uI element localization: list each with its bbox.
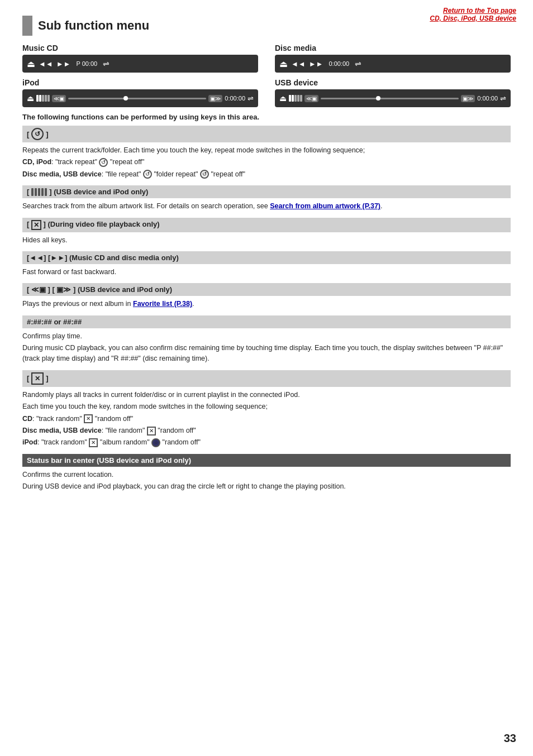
time-display-content: Confirms play time. During music CD play… xyxy=(22,329,511,369)
section-fast-forward: [◄◄] [►►] (Music CD and disc media only)… xyxy=(22,251,511,282)
disc-time: 0:00:00 xyxy=(329,60,349,67)
disc-source-icon: ⏏ xyxy=(279,59,288,69)
top-page-link-line2[interactable]: CD, Disc, iPod, USB device xyxy=(430,15,516,22)
album-artwork-content: Searches track from the album artwork li… xyxy=(22,199,511,216)
disc-media-block: Disc media ⏏ ◄◄ ►► 0:00:00 ⇌ xyxy=(275,44,511,73)
usb-prev-album[interactable]: ≪▣ xyxy=(304,95,318,102)
following-functions-text: The following functions can be performed… xyxy=(22,113,511,121)
status-bar-header: Status bar in center (USB device and iPo… xyxy=(22,454,511,467)
top-page-link-line1[interactable]: Return to the Top page xyxy=(430,7,516,15)
music-cd-block: Music CD ⏏ ◄◄ ►► P 00:00 ⇌ xyxy=(22,44,258,73)
shuffle-bracket-close: ] xyxy=(46,374,48,382)
ipod-next-album[interactable]: ▣≫ xyxy=(208,95,222,102)
status-bar-content: Confirms the current location. During US… xyxy=(22,468,511,497)
section-prev-next: [ ≪▣ ] [ ▣≫ ] (USB device and iPod only)… xyxy=(22,283,511,314)
ipod-progress-track xyxy=(68,98,206,99)
section-status-bar: Status bar in center (USB device and iPo… xyxy=(22,454,511,497)
disc-rewind-icon[interactable]: ◄◄ xyxy=(291,60,306,68)
fast-forward-content: Fast forward or fast backward. xyxy=(22,265,511,282)
album-artwork-link[interactable]: Search from album artwork (P.37) xyxy=(270,202,380,210)
repeat-icon-symbol: ↺ xyxy=(31,128,44,140)
video-hide-content: Hides all keys. xyxy=(22,233,511,250)
page-title: Sub function menu xyxy=(38,18,149,33)
video-hide-header: [ ✕ ] (During video file playback only) xyxy=(22,218,511,232)
usb-progress-track xyxy=(321,98,459,99)
fast-forward-text: [◄◄] [►►] (Music CD and disc media only) xyxy=(27,253,179,262)
cd-time: P 00:00 xyxy=(76,60,97,67)
status-bar-text: Status bar in center (USB device and iPo… xyxy=(27,456,191,465)
cd-ff-icon[interactable]: ►► xyxy=(56,60,71,68)
disc-media-player[interactable]: ⏏ ◄◄ ►► 0:00:00 ⇌ xyxy=(275,55,511,73)
repeat-content: Repeats the current track/folder. Each t… xyxy=(22,143,511,184)
favorite-list-link[interactable]: Favorite list (P.38) xyxy=(133,300,192,308)
fast-forward-header: [◄◄] [►►] (Music CD and disc media only) xyxy=(22,251,511,264)
title-bar-decoration xyxy=(22,16,32,36)
section-album-artwork: [ ] (USB device and iPod only) Searches … xyxy=(22,185,511,216)
section-time-display: #:##:## or ##:## Confirms play time. Dur… xyxy=(22,315,511,369)
ipod-source-icon: ⏏ xyxy=(27,94,34,103)
music-cd-player[interactable]: ⏏ ◄◄ ►► P 00:00 ⇌ xyxy=(22,55,258,73)
prev-next-content: Plays the previous or next album in Favo… xyxy=(22,297,511,314)
shuffle-icon-symbol: ✕ xyxy=(31,372,44,385)
usb-label: USB device xyxy=(275,78,511,87)
disc-media-label: Disc media xyxy=(275,44,511,52)
usb-player[interactable]: ⏏ ≪▣ ▣≫ 0:00:00 ⇌ xyxy=(275,89,511,107)
time-display-text: #:##:## or ##:## xyxy=(27,318,82,326)
usb-segments xyxy=(289,95,302,102)
video-hide-text: [ ✕ ] (During video file playback only) xyxy=(27,220,160,230)
repeat-bracket-open: [ xyxy=(27,130,29,138)
usb-time: 0:00:00 xyxy=(477,95,498,102)
ipod-player[interactable]: ⏏ ≪▣ ▣≫ 0:00:00 ⇌ xyxy=(22,89,258,107)
page-number: 33 xyxy=(504,732,516,745)
album-artwork-bracket: [ xyxy=(27,188,29,196)
usb-shuffle-icon[interactable]: ⇌ xyxy=(500,94,506,103)
section-shuffle: [ ✕ ] Randomly plays all tracks in curre… xyxy=(22,370,511,453)
usb-progress-dot[interactable] xyxy=(376,96,380,101)
disc-ff-icon[interactable]: ►► xyxy=(309,60,323,68)
usb-block: USB device ⏏ ≪▣ ▣≫ 0:00:00 ⇌ xyxy=(275,78,511,107)
ipod-label: iPod xyxy=(22,78,258,87)
ipod-segments xyxy=(36,95,50,102)
shuffle-bracket: [ xyxy=(27,374,29,382)
cd-rewind-icon[interactable]: ◄◄ xyxy=(39,60,53,68)
album-artwork-icon xyxy=(31,188,47,196)
devices-row-bottom: iPod ⏏ ≪▣ ▣≫ 0:00:00 ⇌ USB device xyxy=(22,78,511,107)
album-artwork-header: [ ] (USB device and iPod only) xyxy=(22,185,511,198)
section-video-hide: [ ✕ ] (During video file playback only) … xyxy=(22,218,511,250)
ipod-shuffle-icon[interactable]: ⇌ xyxy=(248,94,254,103)
prev-next-header: [ ≪▣ ] [ ▣≫ ] (USB device and iPod only) xyxy=(22,283,511,296)
music-cd-label: Music CD xyxy=(22,44,258,52)
ipod-progress-dot[interactable] xyxy=(123,96,128,101)
ipod-time: 0:00:00 xyxy=(225,95,245,102)
cd-shuffle-icon[interactable]: ⇌ xyxy=(103,59,110,68)
shuffle-content: Randomly plays all tracks in current fol… xyxy=(22,388,511,453)
time-display-header: #:##:## or ##:## xyxy=(22,315,511,328)
usb-source-icon: ⏏ xyxy=(279,94,287,103)
album-artwork-bracket-close: ] (USB device and iPod only) xyxy=(49,188,148,196)
prev-next-text: [ ≪▣ ] [ ▣≫ ] (USB device and iPod only) xyxy=(27,285,172,294)
repeat-header: [ ↺ ] xyxy=(22,126,511,142)
repeat-bracket-close: ] xyxy=(46,130,48,138)
disc-shuffle-icon[interactable]: ⇌ xyxy=(355,59,361,68)
cd-source-icon: ⏏ xyxy=(27,59,35,69)
ipod-block: iPod ⏏ ≪▣ ▣≫ 0:00:00 ⇌ xyxy=(22,78,258,107)
shuffle-header: [ ✕ ] xyxy=(22,370,511,387)
section-repeat: [ ↺ ] Repeats the current track/folder. … xyxy=(22,126,511,184)
ipod-prev-album[interactable]: ≪▣ xyxy=(52,95,66,102)
devices-row-top: Music CD ⏏ ◄◄ ►► P 00:00 ⇌ Disc media ⏏ … xyxy=(22,44,511,73)
usb-next-album[interactable]: ▣≫ xyxy=(461,95,475,102)
top-right-link[interactable]: Return to the Top page CD, Disc, iPod, U… xyxy=(430,7,516,22)
